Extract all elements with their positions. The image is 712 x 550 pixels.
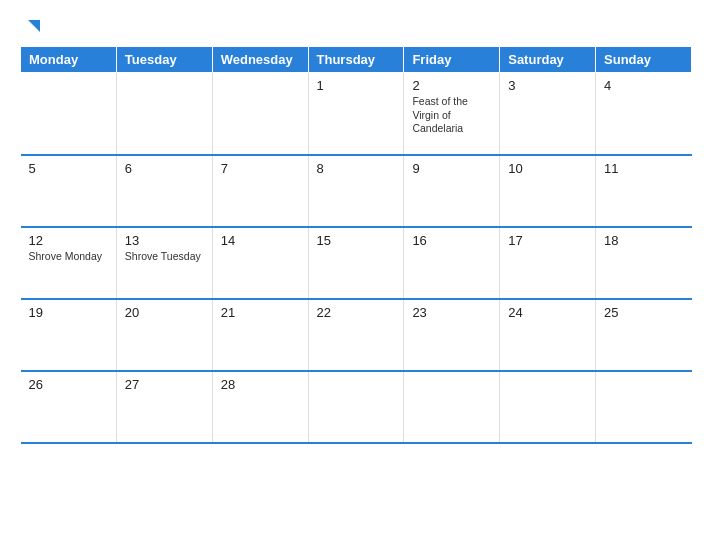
weekday-tuesday: Tuesday <box>116 47 212 73</box>
calendar-cell: 8 <box>308 155 404 227</box>
calendar-cell: 14 <box>212 227 308 299</box>
calendar-cell: 4 <box>596 73 692 155</box>
calendar-cell <box>21 73 117 155</box>
calendar-cell: 20 <box>116 299 212 371</box>
calendar-cell <box>212 73 308 155</box>
calendar-cell: 15 <box>308 227 404 299</box>
calendar-cell: 27 <box>116 371 212 443</box>
calendar-cell <box>404 371 500 443</box>
calendar-cell: 6 <box>116 155 212 227</box>
day-number: 9 <box>412 161 491 176</box>
calendar-table: MondayTuesdayWednesdayThursdayFridaySatu… <box>20 46 692 444</box>
calendar-cell: 21 <box>212 299 308 371</box>
calendar-cell: 24 <box>500 299 596 371</box>
logo <box>20 16 44 38</box>
day-number: 13 <box>125 233 204 248</box>
calendar-cell: 10 <box>500 155 596 227</box>
day-number: 21 <box>221 305 300 320</box>
day-number: 22 <box>317 305 396 320</box>
calendar-cell <box>596 371 692 443</box>
weekday-header-row: MondayTuesdayWednesdayThursdayFridaySatu… <box>21 47 692 73</box>
day-number: 16 <box>412 233 491 248</box>
calendar-cell: 5 <box>21 155 117 227</box>
logo-icon <box>22 16 44 38</box>
weekday-monday: Monday <box>21 47 117 73</box>
day-number: 11 <box>604 161 683 176</box>
day-event: Shrove Monday <box>29 250 108 264</box>
calendar-cell: 3 <box>500 73 596 155</box>
week-row-2: 567891011 <box>21 155 692 227</box>
day-number: 6 <box>125 161 204 176</box>
day-number: 15 <box>317 233 396 248</box>
calendar-cell: 2Feast of the Virgin of Candelaria <box>404 73 500 155</box>
calendar-cell: 13Shrove Tuesday <box>116 227 212 299</box>
day-number: 5 <box>29 161 108 176</box>
day-number: 8 <box>317 161 396 176</box>
calendar-cell: 17 <box>500 227 596 299</box>
day-number: 3 <box>508 78 587 93</box>
calendar-cell: 28 <box>212 371 308 443</box>
calendar-cell: 11 <box>596 155 692 227</box>
day-number: 20 <box>125 305 204 320</box>
calendar-cell: 19 <box>21 299 117 371</box>
day-number: 26 <box>29 377 108 392</box>
weekday-friday: Friday <box>404 47 500 73</box>
week-row-1: 12Feast of the Virgin of Candelaria34 <box>21 73 692 155</box>
header <box>20 16 692 38</box>
calendar-cell: 25 <box>596 299 692 371</box>
day-event: Shrove Tuesday <box>125 250 204 264</box>
calendar-cell: 26 <box>21 371 117 443</box>
day-number: 7 <box>221 161 300 176</box>
calendar-cell: 7 <box>212 155 308 227</box>
calendar-cell: 22 <box>308 299 404 371</box>
day-number: 10 <box>508 161 587 176</box>
day-number: 2 <box>412 78 491 93</box>
svg-marker-0 <box>28 20 40 32</box>
day-event: Feast of the Virgin of Candelaria <box>412 95 491 136</box>
day-number: 27 <box>125 377 204 392</box>
calendar-cell: 18 <box>596 227 692 299</box>
calendar-cell: 9 <box>404 155 500 227</box>
week-row-4: 19202122232425 <box>21 299 692 371</box>
weekday-wednesday: Wednesday <box>212 47 308 73</box>
weekday-thursday: Thursday <box>308 47 404 73</box>
week-row-5: 262728 <box>21 371 692 443</box>
calendar-cell: 12Shrove Monday <box>21 227 117 299</box>
day-number: 25 <box>604 305 683 320</box>
calendar-cell: 23 <box>404 299 500 371</box>
day-number: 28 <box>221 377 300 392</box>
day-number: 18 <box>604 233 683 248</box>
day-number: 23 <box>412 305 491 320</box>
day-number: 4 <box>604 78 683 93</box>
weekday-sunday: Sunday <box>596 47 692 73</box>
calendar-cell <box>308 371 404 443</box>
day-number: 12 <box>29 233 108 248</box>
calendar-cell: 1 <box>308 73 404 155</box>
weekday-saturday: Saturday <box>500 47 596 73</box>
day-number: 19 <box>29 305 108 320</box>
calendar-page: MondayTuesdayWednesdayThursdayFridaySatu… <box>0 0 712 550</box>
day-number: 14 <box>221 233 300 248</box>
calendar-cell <box>500 371 596 443</box>
day-number: 1 <box>317 78 396 93</box>
day-number: 17 <box>508 233 587 248</box>
week-row-3: 12Shrove Monday13Shrove Tuesday141516171… <box>21 227 692 299</box>
calendar-cell: 16 <box>404 227 500 299</box>
day-number: 24 <box>508 305 587 320</box>
calendar-cell <box>116 73 212 155</box>
